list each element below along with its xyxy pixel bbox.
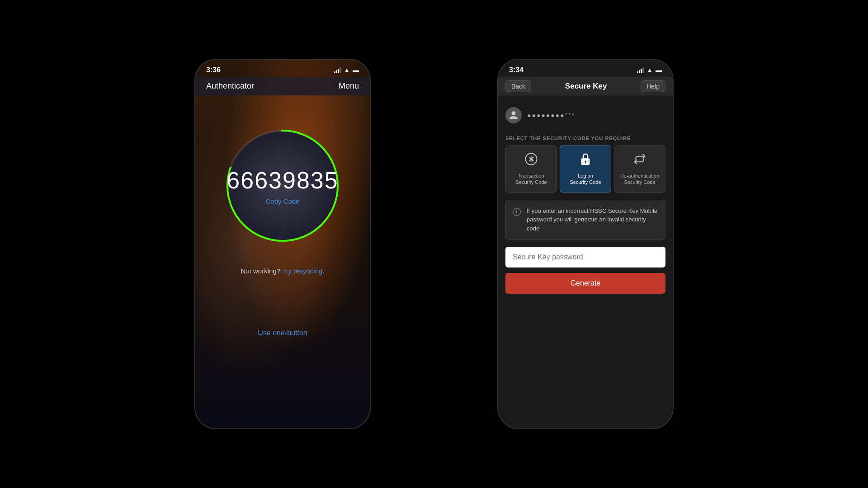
phone-right: 3:34 ▲ ▬ Back Secure Key Help ●●	[497, 59, 674, 429]
copy-code-button[interactable]: Copy Code	[265, 197, 299, 205]
help-button[interactable]: Help	[641, 80, 665, 92]
section-label: SELECT THE SECURITY CODE YOU REQUIRE	[505, 136, 665, 141]
left-nav-title: Authenticator	[206, 81, 254, 91]
wifi-icon: ▲	[344, 66, 350, 74]
right-status-bar: 3:34 ▲ ▬	[498, 60, 673, 77]
info-icon: i	[512, 207, 521, 219]
user-masked-label: ●●●●●●●●***	[527, 112, 575, 119]
security-options: $ TransactionSecurity Code	[505, 145, 665, 192]
phone-left: 3:36 ▲ ▬ Authenticator Menu 66639835	[194, 59, 371, 429]
svg-text:i: i	[516, 209, 517, 215]
svg-point-3	[585, 160, 586, 162]
right-battery-icon: ▬	[656, 66, 662, 74]
left-nav-bar: Authenticator Menu	[195, 77, 370, 95]
page-title: Secure Key	[565, 82, 607, 91]
left-status-icons: ▲ ▬	[334, 66, 359, 74]
screen-container: 3:36 ▲ ▬ Authenticator Menu 66639835	[0, 0, 868, 488]
right-wifi-icon: ▲	[646, 66, 653, 74]
transaction-security-option[interactable]: $ TransactionSecurity Code	[505, 145, 557, 192]
right-status-icons: ▲ ▬	[637, 66, 662, 74]
circle-inner: 66639835 Copy Code	[228, 131, 337, 240]
try-resyncing-link[interactable]: Try resyncing.	[282, 267, 325, 275]
reauth-label: Re-authenticationSecurity Code	[620, 173, 659, 186]
password-input[interactable]	[505, 247, 665, 267]
generate-button[interactable]: Generate	[505, 273, 665, 294]
otp-code: 66639835	[226, 167, 338, 194]
right-top-nav: Back Secure Key Help	[498, 77, 673, 96]
logon-label: Log onSecurity Code	[570, 173, 601, 186]
otp-circle: 66639835 Copy Code	[219, 122, 346, 249]
left-content: 66639835 Copy Code Not working? Try resy…	[195, 95, 370, 337]
logon-security-option[interactable]: Log onSecurity Code	[560, 145, 611, 192]
back-button[interactable]: Back	[505, 80, 531, 92]
user-avatar	[505, 107, 522, 123]
reauth-security-option[interactable]: Re-authenticationSecurity Code	[614, 145, 665, 192]
menu-button[interactable]: Menu	[339, 81, 359, 91]
left-status-bar: 3:36 ▲ ▬	[195, 60, 370, 77]
battery-icon: ▬	[353, 66, 359, 74]
left-time: 3:36	[206, 66, 221, 74]
transaction-icon: $	[524, 152, 538, 169]
user-row: ●●●●●●●●***	[505, 103, 665, 129]
right-body: ●●●●●●●●*** SELECT THE SECURITY CODE YOU…	[498, 96, 673, 301]
transaction-label: TransactionSecurity Code	[515, 173, 547, 186]
logon-icon	[579, 152, 592, 169]
right-time: 3:34	[509, 66, 524, 74]
info-box: i If you enter an incorrect HSBC Secure …	[505, 200, 665, 240]
not-working-text: Not working? Try resyncing.	[241, 267, 324, 275]
signal-bars	[334, 67, 341, 73]
use-one-button[interactable]: Use one-button	[258, 329, 307, 337]
info-text: If you enter an incorrect HSBC Secure Ke…	[527, 206, 659, 233]
reauth-icon	[633, 152, 646, 169]
right-signal-bars	[637, 67, 644, 73]
not-working-label: Not working?	[241, 267, 280, 275]
